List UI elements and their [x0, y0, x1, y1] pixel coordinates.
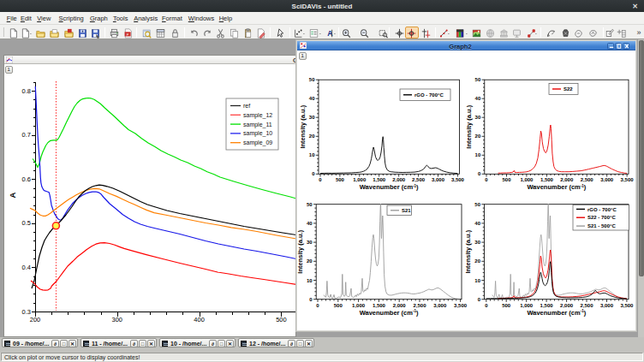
svg-text:Intensity (a.u.): Intensity (a.u.)	[296, 229, 304, 273]
svg-text:0: 0	[485, 303, 488, 308]
svg-text:Wavenumber (cm-1): Wavenumber (cm-1)	[360, 309, 419, 317]
svg-text:Wavenumber (cm-1): Wavenumber (cm-1)	[528, 183, 587, 191]
svg-text:400: 400	[194, 316, 205, 323]
svg-text:3,500: 3,500	[454, 303, 468, 308]
svg-text:P: P	[127, 32, 129, 36]
svg-text:3,000: 3,000	[600, 303, 614, 308]
svg-text:1,000: 1,000	[520, 177, 534, 182]
svg-text:1,500: 1,500	[373, 303, 386, 308]
svg-text:1,500: 1,500	[540, 177, 554, 182]
svg-text:20: 20	[309, 134, 315, 139]
svg-text:S21 - 500°C: S21 - 500°C	[587, 223, 616, 228]
svg-text:2,500: 2,500	[413, 303, 426, 308]
svg-text:500: 500	[336, 177, 345, 182]
svg-text:500: 500	[334, 303, 343, 308]
svg-text:0: 0	[312, 171, 315, 176]
svg-text:200: 200	[30, 316, 41, 323]
svg-text:S22 - 700°C: S22 - 700°C	[587, 215, 616, 220]
svg-text:Wavenumber (cm-1): Wavenumber (cm-1)	[360, 183, 419, 191]
svg-text:ref: ref	[243, 103, 250, 109]
svg-text:Wavenumber (cm-1): Wavenumber (cm-1)	[527, 309, 586, 317]
svg-text:sample_10: sample_10	[243, 130, 272, 137]
svg-text:2,000: 2,000	[392, 177, 406, 182]
svg-text:30: 30	[474, 240, 480, 245]
svg-text:50: 50	[307, 202, 313, 207]
svg-text:40: 40	[475, 96, 481, 101]
svg-text:10: 10	[474, 278, 480, 283]
svg-text:S21: S21	[402, 208, 411, 213]
svg-text:3,500: 3,500	[451, 177, 465, 182]
svg-text:30: 30	[309, 115, 315, 120]
svg-text:500: 500	[502, 303, 511, 308]
svg-text:0: 0	[316, 303, 319, 308]
svg-text:10: 10	[307, 278, 313, 283]
svg-text:rGO - 700°C: rGO - 700°C	[587, 207, 617, 212]
svg-text:10: 10	[475, 152, 481, 157]
svg-text:sample_09: sample_09	[243, 139, 272, 146]
svg-text:A: A	[8, 192, 17, 198]
svg-text:3,000: 3,000	[600, 177, 614, 182]
svg-text:0.3: 0.3	[22, 308, 31, 316]
svg-text:40: 40	[307, 221, 313, 226]
svg-text:0: 0	[478, 297, 481, 302]
svg-text:3,500: 3,500	[621, 177, 635, 182]
svg-text:2,500: 2,500	[580, 303, 593, 308]
svg-text:1,500: 1,500	[540, 303, 554, 308]
svg-text:30: 30	[307, 240, 313, 245]
svg-text:2,000: 2,000	[560, 303, 574, 308]
svg-text:50: 50	[475, 77, 481, 82]
svg-text:3,000: 3,000	[432, 177, 445, 182]
svg-text:1,000: 1,000	[353, 177, 367, 182]
svg-text:2,000: 2,000	[393, 303, 407, 308]
svg-text:1,000: 1,000	[352, 303, 366, 308]
svg-text:Intensity (a.u.): Intensity (a.u.)	[465, 229, 473, 273]
svg-text:20: 20	[474, 258, 480, 264]
svg-text:0: 0	[309, 297, 313, 302]
svg-text:3,500: 3,500	[620, 303, 634, 308]
svg-text:0.4: 0.4	[22, 264, 31, 271]
svg-text:0: 0	[478, 171, 481, 176]
svg-text:0.8: 0.8	[22, 87, 31, 95]
svg-text:2,500: 2,500	[412, 177, 426, 182]
svg-text:50: 50	[309, 77, 315, 82]
svg-text:40: 40	[309, 96, 315, 101]
svg-text:1,500: 1,500	[373, 177, 386, 182]
svg-text:0.7: 0.7	[22, 131, 31, 139]
svg-text:50: 50	[474, 202, 480, 207]
svg-text:0.6: 0.6	[22, 175, 31, 183]
svg-text:40: 40	[474, 221, 480, 226]
svg-text:30: 30	[475, 115, 481, 120]
svg-text:Intensity (a.u.): Intensity (a.u.)	[299, 104, 307, 148]
svg-text:1,000: 1,000	[520, 303, 534, 308]
svg-text:10: 10	[309, 152, 315, 157]
svg-text:sample_12: sample_12	[243, 112, 272, 119]
svg-text:500: 500	[276, 316, 287, 323]
svg-text:3,000: 3,000	[433, 303, 447, 308]
svg-text:rGO - 700°C: rGO - 700°C	[414, 92, 444, 98]
svg-text:500: 500	[502, 177, 511, 182]
svg-text:sample_11: sample_11	[243, 122, 272, 128]
svg-text:2,500: 2,500	[581, 177, 594, 182]
svg-text:Intensity (a.u.): Intensity (a.u.)	[465, 104, 473, 148]
svg-text:20: 20	[307, 258, 313, 264]
svg-text:20: 20	[475, 134, 481, 139]
svg-text:300: 300	[112, 316, 123, 323]
svg-text:0: 0	[319, 177, 322, 182]
svg-text:2,000: 2,000	[560, 177, 574, 182]
svg-text:0: 0	[485, 177, 488, 182]
svg-text:S22: S22	[564, 86, 573, 92]
svg-text:0.5: 0.5	[22, 219, 31, 227]
